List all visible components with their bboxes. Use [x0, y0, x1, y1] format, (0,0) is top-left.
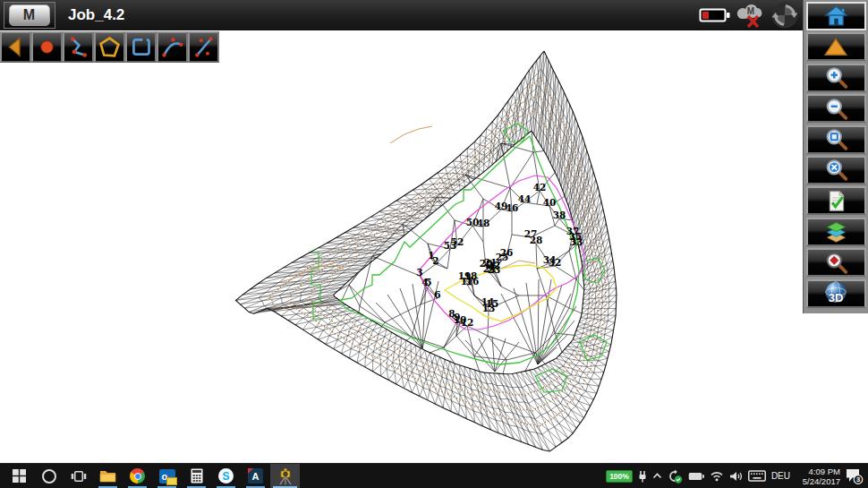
magnet-logo: M — [9, 4, 50, 26]
skype-button[interactable]: S — [211, 464, 241, 488]
windows-taskbar: o S A — [0, 463, 868, 488]
back-button[interactable] — [0, 31, 31, 63]
total-station-icon — [277, 467, 294, 485]
point-label: 12 — [461, 317, 474, 328]
chrome-button[interactable] — [123, 464, 152, 488]
titlebar: M Job_4.2 M — [0, 0, 803, 30]
mesh-svg[interactable]: 1234568910121314151617181920212223242526… — [0, 30, 868, 463]
action-center-icon[interactable]: 3 — [846, 468, 864, 484]
volume-icon[interactable] — [729, 471, 743, 482]
point-label: 34 — [543, 254, 557, 265]
home-icon — [824, 4, 848, 28]
zoom-window-icon — [824, 127, 848, 151]
sync-icon[interactable] — [770, 1, 799, 30]
titlebar-status: M — [699, 0, 799, 30]
chrome-icon — [130, 468, 145, 484]
polygon-tool-button[interactable] — [94, 31, 125, 63]
language-indicator[interactable]: DEU — [771, 471, 790, 481]
notification-count-badge: 3 — [856, 475, 860, 484]
point-label: 5 — [425, 277, 431, 287]
tray-expand-chevron-icon[interactable] — [652, 473, 662, 479]
point-label: 44 — [518, 193, 532, 204]
cortana-button[interactable] — [34, 464, 64, 488]
taskbar-apps: o S A — [0, 464, 300, 488]
tray-time: 4:09 PM — [796, 467, 840, 476]
zoom-in-button[interactable] — [806, 64, 866, 92]
nav-sidebar: 3D — [803, 0, 868, 313]
arc-icon — [160, 35, 184, 59]
calculator-icon — [191, 468, 203, 484]
point-icon — [35, 35, 59, 59]
skype-icon: S — [218, 468, 234, 484]
point-label: 15 — [486, 298, 499, 309]
job-title: Job_4.2 — [68, 6, 124, 24]
point-label: 24 — [483, 263, 497, 274]
svg-text:M: M — [747, 6, 754, 16]
autocad-glyph: A — [252, 471, 260, 482]
clock[interactable]: 4:09 PM 5/24/2017 — [796, 467, 840, 486]
up-button[interactable] — [806, 32, 866, 61]
tray-battery-icon[interactable] — [688, 472, 704, 481]
point-tool-button[interactable] — [31, 31, 63, 63]
home-button[interactable] — [806, 2, 866, 30]
folder-icon — [99, 469, 116, 483]
point-label: 2 — [432, 255, 438, 266]
zoom-window-button[interactable] — [806, 125, 866, 154]
zoom-in-icon — [824, 65, 848, 90]
layers-icon — [824, 219, 848, 244]
zoom-extents-button[interactable] — [806, 156, 866, 184]
point-label: 40 — [543, 197, 557, 208]
outlook-button[interactable]: o — [152, 464, 182, 488]
up-triangle-icon — [823, 36, 848, 57]
touch-keyboard-icon[interactable] — [748, 470, 766, 482]
map-canvas[interactable]: 1234568910121314151617181920212223242526… — [0, 30, 868, 463]
point-label: 37 — [566, 226, 580, 236]
zoom-out-button[interactable] — [806, 94, 866, 123]
envelope-icon — [166, 477, 177, 485]
magnet-menu-button[interactable]: M — [4, 2, 55, 29]
task-view-button[interactable] — [64, 464, 93, 488]
point-label: 53 — [444, 240, 457, 251]
point-label: 49 — [495, 201, 508, 211]
autocad-button[interactable]: A — [241, 464, 270, 488]
draw-toolbar — [0, 31, 219, 63]
offset-line-icon — [191, 35, 216, 59]
cortana-icon — [42, 469, 56, 484]
arc-tool-button[interactable] — [157, 31, 188, 63]
point-label: 50 — [466, 217, 480, 227]
find-point-icon — [824, 251, 848, 275]
point-label: 26 — [500, 247, 514, 258]
windows-logo-icon — [13, 469, 26, 483]
layers-button[interactable] — [806, 218, 866, 246]
sync-status-icon[interactable] — [668, 469, 683, 484]
outlook-icon: o — [159, 469, 175, 484]
file-explorer-button[interactable] — [93, 464, 123, 488]
magnet-field-button[interactable] — [270, 464, 300, 488]
zoom-extents-icon — [824, 158, 848, 182]
start-button[interactable] — [4, 464, 34, 488]
find-point-button[interactable] — [806, 248, 866, 277]
point-label: 28 — [530, 235, 543, 245]
tray-date: 5/24/2017 — [796, 476, 840, 486]
rectangle-tool-button[interactable] — [125, 31, 157, 63]
polygon-icon — [98, 35, 122, 59]
battery-percent-badge[interactable]: 100% — [606, 470, 633, 483]
wifi-icon[interactable] — [710, 471, 724, 482]
3d-label: 3D — [829, 291, 844, 304]
point-label: 38 — [553, 210, 566, 220]
battery-low-icon[interactable] — [699, 6, 731, 24]
plug-icon[interactable] — [638, 470, 647, 483]
skype-glyph: S — [222, 470, 229, 483]
3d-view-button[interactable]: 3D — [806, 279, 866, 308]
3d-globe-icon: 3D — [822, 280, 849, 307]
calculator-button[interactable] — [182, 464, 211, 488]
plot-check-button[interactable] — [806, 186, 866, 215]
magnet-cloud-disconnected-icon[interactable]: M — [736, 2, 766, 29]
rectangle-icon — [129, 35, 153, 59]
polyline-tool-button[interactable] — [63, 31, 94, 63]
back-arrow-icon — [4, 35, 28, 59]
point-label: 19 — [458, 270, 472, 281]
document-check-icon — [824, 189, 848, 213]
point-label: 6 — [434, 289, 440, 300]
line-tool-button[interactable] — [188, 31, 219, 63]
